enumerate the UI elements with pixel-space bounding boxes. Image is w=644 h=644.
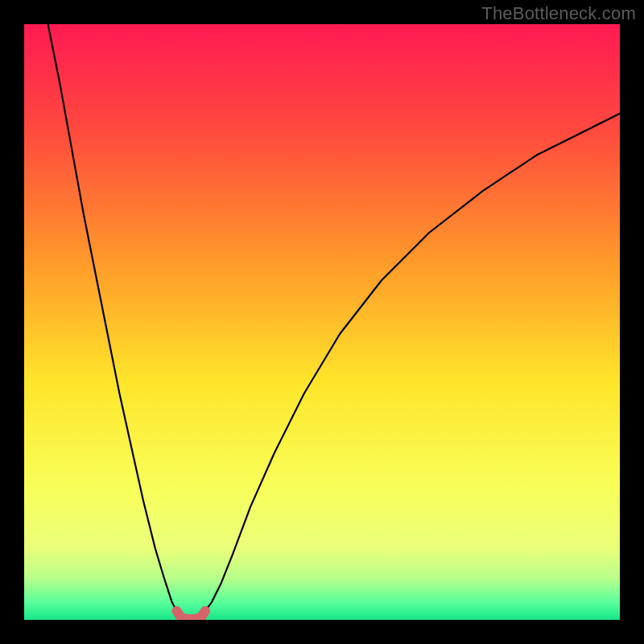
- bottleneck-chart: [24, 24, 620, 620]
- chart-background: [24, 24, 620, 620]
- chart-frame: TheBottleneck.com: [0, 0, 644, 644]
- watermark-text: TheBottleneck.com: [481, 3, 636, 24]
